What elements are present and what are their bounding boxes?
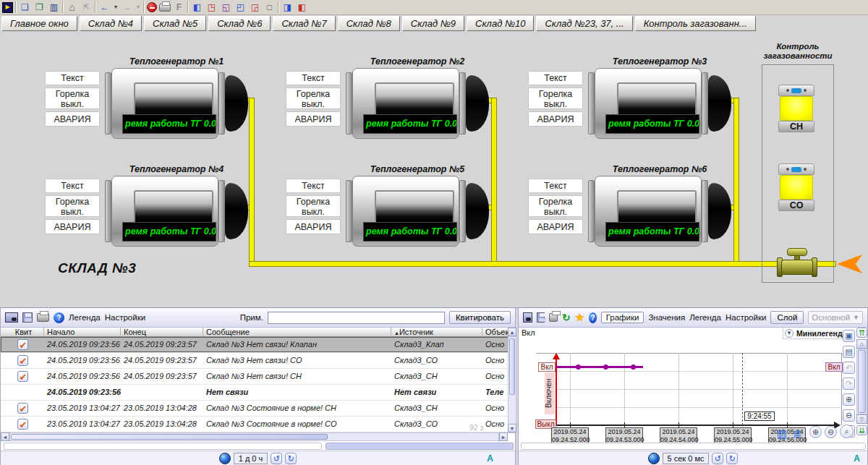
layer-button[interactable]: Слой [770,311,804,324]
horizontal-scrollbar[interactable] [9,432,499,441]
stop-icon[interactable] [147,2,157,12]
minilegend-header[interactable]: ▼ Минилегенда [783,328,852,339]
run-mode-icon[interactable]: ▶ [2,2,13,13]
up-level-icon[interactable]: ⇱ [80,1,93,13]
scroll-up-button[interactable]: △ [856,339,867,349]
zoom-out-button[interactable]: ⊖ [825,426,837,438]
undo-range-button[interactable]: ↺ [712,453,723,464]
vertical-scrollbar[interactable] [508,336,516,433]
chart-icon[interactable]: ▥ [48,1,60,13]
panel-red-icon[interactable]: ◧ [296,1,308,13]
scrollbar-thumb[interactable] [11,434,328,440]
save-icon[interactable] [22,312,33,323]
alarm-row[interactable]: 24.05.2019 09:23:56 Нет связи Нет связи … [1,385,509,401]
collapse-chevron-icon[interactable]: ▼ [785,329,793,338]
time-range-value[interactable]: 1 д 0 ч [234,453,268,464]
ack-checkbox[interactable] [17,339,28,350]
scroll-bottom-icon[interactable]: ⇊ [856,425,867,435]
scroll-top-icon[interactable]: ⇈ [856,328,867,338]
ack-checkbox[interactable] [17,355,28,366]
menu-settings[interactable]: Настройки [726,313,766,322]
heat-generator-5[interactable]: Теплогенератор №5 Текст Горелка выкл. АВ… [284,164,488,248]
print-icon[interactable] [549,313,558,322]
print-icon[interactable] [159,4,171,12]
scroll-down-button[interactable]: ▽ [856,414,867,424]
tab-sklad4[interactable]: Склад №4 [80,16,142,31]
pane-empty-icon[interactable]: □ [263,1,276,13]
histogram-view-icon[interactable]: ▥ [777,427,787,440]
heat-generator-2[interactable]: Теплогенератор №2 Текст Горелка выкл. АВ… [284,56,488,140]
time-range-icon[interactable] [219,453,231,464]
pane-open-icon[interactable]: ◰ [234,1,247,13]
chart-vertical-scrollbar[interactable] [856,349,867,414]
acknowledge-button[interactable]: Квитировать [449,311,511,324]
panel-blue-icon[interactable]: ◨ [281,1,294,13]
zoom-out-icon[interactable]: ⊖ [843,409,855,422]
trend-chart[interactable]: 9:24:55 Вкл Вкл Вкл Выкл Включен Выкл 20… [519,328,867,440]
scroll-left-button[interactable]: ◄ [1,432,9,441]
print-icon[interactable] [37,313,49,322]
scrollbar-thumb[interactable] [858,350,866,413]
gas-sensor-co[interactable]: CO [777,163,816,211]
redo-range-button[interactable]: ↻ [726,453,738,464]
redo-icon[interactable]: ↷ [843,377,855,390]
time-range-value[interactable]: 5 сек 0 мс [663,453,710,464]
gas-sensor-ch[interactable]: CH [777,85,816,132]
tab-sklad6[interactable]: Склад №6 [208,16,271,31]
help-icon[interactable]: ? [589,312,596,323]
scrollbar-thumb[interactable] [509,338,515,395]
help-icon[interactable]: ? [54,312,64,323]
time-range-icon[interactable] [648,453,660,464]
heat-generator-1[interactable]: Теплогенератор №1 Текст Горелка выкл. АВ… [43,56,247,140]
tab-gas-control[interactable]: Контроль загазованн... [635,16,756,31]
ack-checkbox[interactable] [17,403,28,414]
search-zoom-button[interactable]: ⌕ [840,425,854,438]
alarm-row[interactable]: 24.05.2019 09:23:56 24.05.2019 09:23:57 … [1,337,509,353]
column-header-ack[interactable]: Квит [1,328,44,336]
alarm-row[interactable]: 24.05.2019 09:23:56 24.05.2019 09:23:57 … [1,353,509,369]
menu-settings[interactable]: Настройки [105,313,145,322]
forward-icon[interactable]: → [121,1,133,13]
back-icon[interactable]: ← [98,1,111,13]
filter-strip[interactable] [4,443,322,450]
column-header-source[interactable]: ▲Источник [391,328,482,336]
scroll-right-button[interactable]: ► [499,432,508,441]
tab-sklad23-37[interactable]: Склад №23, 37, ... [536,16,632,31]
alarm-row[interactable]: 23.05.2019 13:04:27 23.05.2019 13:04:28 … [1,417,509,432]
tab-sklad9[interactable]: Склад №9 [402,16,464,31]
tab-sklad5[interactable]: Склад №5 [144,16,206,31]
column-header-object[interactable]: Объект [482,328,509,336]
heat-generator-6[interactable]: Теплогенератор №6 Текст Горелка выкл. АВ… [527,164,731,248]
zoom-in-button[interactable]: ⊕ [809,426,822,438]
pane-top-red-icon[interactable]: ◳ [205,1,218,13]
function-icon[interactable]: F [173,1,185,13]
new-window-icon[interactable]: ❏ [19,1,31,13]
filter-strip-secondary[interactable] [326,443,514,450]
layer-select[interactable]: Основной▼ [808,311,863,324]
undo-range-button[interactable]: ↺ [271,453,282,464]
tab-main[interactable]: Главное окно [1,16,77,31]
time-cursor[interactable] [742,353,743,425]
snapshot-icon[interactable] [5,312,18,323]
back-history-dropdown[interactable]: ▾ [113,1,119,13]
column-header-message[interactable]: Сообщение [203,328,391,336]
save-icon[interactable] [537,312,544,323]
gas-valve[interactable] [777,248,817,277]
filter-strip[interactable] [521,443,866,450]
ack-checkbox[interactable] [17,419,28,430]
alarm-row[interactable]: 24.05.2019 09:23:56 24.05.2019 09:23:57 … [1,369,509,385]
tab-sklad10[interactable]: Склад №10 [467,16,534,31]
undo-icon[interactable]: ↶ [843,362,855,374]
list-view-icon[interactable]: ≣ [793,427,802,440]
menu-legend[interactable]: Легенда [689,313,721,322]
menu-values[interactable]: Значения [648,313,685,322]
select-area-icon[interactable]: ▣ [843,330,855,342]
home-icon[interactable]: ⌂ [66,1,78,13]
ack-checkbox[interactable] [17,371,28,382]
column-header-start[interactable]: Начало [44,328,121,336]
pane-red-left-icon[interactable]: ◲ [249,1,261,13]
alarm-row[interactable]: 23.05.2019 13:04:27 23.05.2019 13:04:28 … [1,401,509,417]
ruler-icon[interactable]: ▤ [843,346,855,358]
tab-sklad8[interactable]: Склад №8 [338,16,400,31]
menu-legend[interactable]: Легенда [69,313,101,322]
